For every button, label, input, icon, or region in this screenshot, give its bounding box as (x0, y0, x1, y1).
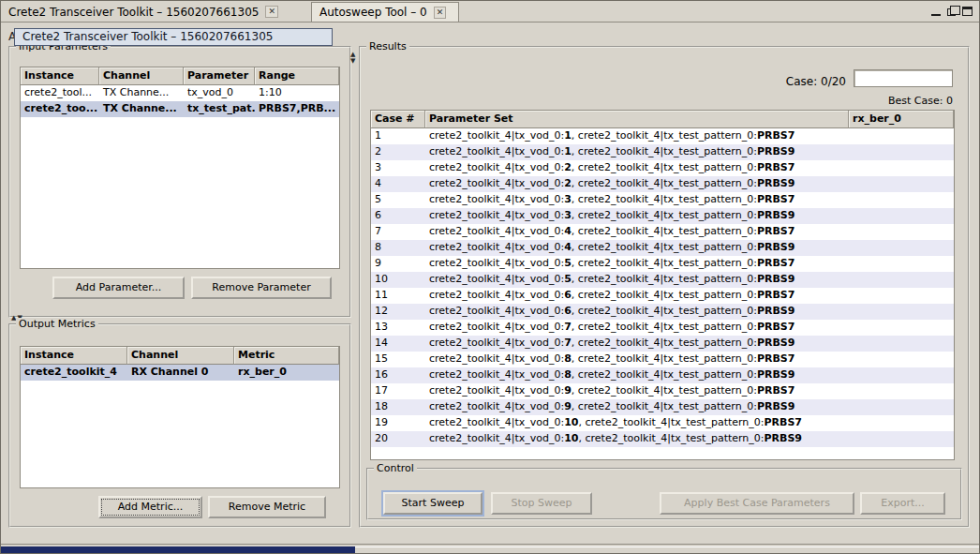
vod-value-text: 9 (564, 384, 572, 397)
param-prefix-text: crete2_toolkit_4|tx_vod_0: (429, 368, 564, 381)
result-row[interactable]: 8crete2_toolkit_4|tx_vod_0:4, crete2_too… (371, 240, 954, 256)
window-controls (931, 6, 973, 16)
rx-ber-cell (849, 415, 954, 431)
stop-sweep-button[interactable]: Stop Sweep (491, 492, 592, 515)
vod-value-text: 10 (564, 432, 578, 444)
parameter-set-cell: crete2_toolkit_4|tx_vod_0:1, crete2_tool… (425, 144, 849, 160)
result-row[interactable]: 16crete2_toolkit_4|tx_vod_0:8, crete2_to… (371, 367, 954, 383)
result-row[interactable]: 12crete2_toolkit_4|tx_vod_0:6, crete2_to… (371, 304, 954, 320)
parameter-set-cell: crete2_toolkit_4|tx_vod_0:9, crete2_tool… (425, 383, 849, 399)
vod-value-text: 4 (564, 225, 572, 237)
input-parameters-column-header[interactable]: Range (255, 67, 339, 85)
remove-metric-button[interactable]: Remove Metric (208, 496, 326, 518)
input-parameters-column-header[interactable]: Instance (21, 67, 99, 85)
tab-autosweep-tool[interactable]: Autosweep Tool – 0 ✕ (311, 2, 459, 22)
parameter-set-cell: crete2_toolkit_4|tx_vod_0:4, crete2_tool… (425, 224, 849, 240)
tab-autosweep-label: Autosweep Tool – 0 (319, 6, 427, 19)
close-icon[interactable]: ✕ (265, 6, 278, 18)
vod-value-text: 6 (564, 289, 572, 301)
rx-ber-cell (849, 224, 954, 240)
output-metrics-cell: RX Channel 0 (127, 365, 234, 381)
result-row[interactable]: 2crete2_toolkit_4|tx_vod_0:1, crete2_too… (371, 144, 954, 160)
param-prefix-text: crete2_toolkit_4|tx_vod_0: (429, 241, 564, 253)
result-row[interactable]: 1crete2_toolkit_4|tx_vod_0:1, crete2_too… (371, 128, 954, 144)
result-row[interactable]: 17crete2_toolkit_4|tx_vod_0:9, crete2_to… (371, 383, 954, 399)
result-row[interactable]: 6crete2_toolkit_4|tx_vod_0:3, crete2_too… (371, 208, 954, 224)
result-row[interactable]: 11crete2_toolkit_4|tx_vod_0:6, crete2_to… (371, 288, 954, 304)
add-parameter-button[interactable]: Add Parameter... (52, 277, 185, 299)
parameter-set-cell: crete2_toolkit_4|tx_vod_0:3, crete2_tool… (425, 208, 849, 224)
case-progress-field (854, 69, 953, 87)
input-parameters-column-header[interactable]: Channel (99, 67, 184, 85)
case-counter-label: Case: 0/20 (741, 75, 846, 88)
restore-icon[interactable] (947, 8, 956, 16)
tab-bar: Crete2 Transceiver Toolkit – 15602076613… (1, 1, 979, 22)
case-number-cell: 4 (371, 176, 425, 192)
output-metrics-column-header[interactable]: Channel (127, 347, 234, 365)
input-parameters-row[interactable]: crete2_too...TX Channe...tx_test_pat...P… (21, 101, 339, 117)
parameter-set-cell: crete2_toolkit_4|tx_vod_0:7, crete2_tool… (425, 320, 849, 336)
vod-value-text: 1 (564, 145, 572, 157)
input-parameters-column-header[interactable]: Parameter (184, 67, 255, 85)
output-metrics-table[interactable]: InstanceChannelMetric crete2_toolkit_4RX… (20, 346, 340, 488)
result-row[interactable]: 13crete2_toolkit_4|tx_vod_0:7, crete2_to… (371, 320, 954, 336)
input-parameters-cell: tx_test_pat... (184, 101, 255, 117)
vod-value-text: 3 (564, 209, 572, 221)
results-column-header[interactable]: rx_ber_0 (849, 111, 954, 128)
pane-divider[interactable] (351, 46, 357, 528)
param-mid-text: , crete2_toolkit_4|tx_test_pattern_0: (572, 289, 757, 301)
input-parameters-table[interactable]: InstanceChannelParameterRange crete2_too… (20, 67, 340, 269)
result-row[interactable]: 5crete2_toolkit_4|tx_vod_0:3, crete2_too… (371, 192, 954, 208)
result-row[interactable]: 3crete2_toolkit_4|tx_vod_0:2, crete2_too… (371, 160, 954, 176)
result-row[interactable]: 10crete2_toolkit_4|tx_vod_0:5, crete2_to… (371, 272, 954, 288)
output-metrics-column-header[interactable]: Metric (234, 347, 339, 365)
pattern-value-text: PRBS9 (765, 432, 803, 444)
vod-value-text: 4 (564, 241, 572, 253)
case-number-cell: 9 (371, 256, 425, 272)
case-number-cell: 18 (371, 399, 425, 415)
remove-parameter-button[interactable]: Remove Parameter (191, 277, 332, 299)
param-prefix-text: crete2_toolkit_4|tx_vod_0: (429, 400, 564, 412)
add-metric-button[interactable]: Add Metric... (98, 496, 202, 518)
vod-value-text: 5 (564, 273, 572, 285)
param-prefix-text: crete2_toolkit_4|tx_vod_0: (429, 416, 564, 428)
output-metrics-column-header[interactable]: Instance (21, 347, 127, 365)
param-prefix-text: crete2_toolkit_4|tx_vod_0: (429, 289, 564, 301)
param-prefix-text: crete2_toolkit_4|tx_vod_0: (429, 352, 564, 365)
result-row[interactable]: 19crete2_toolkit_4|tx_vod_0:10, crete2_t… (371, 415, 954, 431)
app-window: Crete2 Transceiver Toolkit – 15602076613… (0, 0, 980, 554)
result-row[interactable]: 9crete2_toolkit_4|tx_vod_0:5, crete2_too… (371, 256, 954, 272)
minimize-icon[interactable] (931, 7, 941, 16)
case-number-cell: 10 (371, 272, 425, 288)
results-column-header[interactable]: Case # (371, 111, 425, 128)
case-number-cell: 2 (371, 144, 425, 160)
rx-ber-cell (849, 383, 954, 399)
output-metrics-cell: crete2_toolkit_4 (21, 365, 127, 381)
result-row[interactable]: 14crete2_toolkit_4|tx_vod_0:7, crete2_to… (371, 336, 954, 352)
result-row[interactable]: 7crete2_toolkit_4|tx_vod_0:4, crete2_too… (371, 224, 954, 240)
result-row[interactable]: 20crete2_toolkit_4|tx_vod_0:10, crete2_t… (371, 431, 954, 447)
results-column-header[interactable]: Parameter Set (425, 111, 849, 128)
result-row[interactable]: 15crete2_toolkit_4|tx_vod_0:8, crete2_to… (371, 352, 954, 367)
pattern-value-text: PRBS9 (757, 305, 795, 317)
tab-crete2-transceiver-toolkit[interactable]: Crete2 Transceiver Toolkit – 15602076613… (1, 2, 304, 22)
input-parameters-row[interactable]: crete2_tool...TX Channe...tx_vod_01:10 (21, 85, 339, 101)
pattern-value-text: PRBS7 (757, 352, 795, 365)
parameter-set-cell: crete2_toolkit_4|tx_vod_0:5, crete2_tool… (425, 256, 849, 272)
case-number-cell: 17 (371, 383, 425, 399)
output-metrics-row[interactable]: crete2_toolkit_4RX Channel 0rx_ber_0 (21, 365, 339, 381)
close-icon[interactable]: ✕ (434, 7, 447, 19)
param-prefix-text: crete2_toolkit_4|tx_vod_0: (429, 384, 564, 397)
result-row[interactable]: 18crete2_toolkit_4|tx_vod_0:9, crete2_to… (371, 399, 954, 415)
rx-ber-cell (849, 176, 954, 192)
param-mid-text: , crete2_toolkit_4|tx_test_pattern_0: (572, 384, 757, 397)
rx-ber-cell (849, 399, 954, 415)
apply-best-case-parameters-button[interactable]: Apply Best Case Parameters (660, 492, 854, 515)
export-button[interactable]: Export... (860, 492, 945, 515)
results-table[interactable]: Case #Parameter Setrx_ber_0 1crete2_tool… (370, 110, 955, 460)
output-metrics-header: InstanceChannelMetric (21, 347, 339, 365)
start-sweep-button[interactable]: Start Sweep (383, 492, 483, 515)
result-row[interactable]: 4crete2_toolkit_4|tx_vod_0:2, crete2_too… (371, 176, 954, 192)
pattern-value-text: PRBS7 (765, 416, 803, 428)
maximize-icon[interactable] (962, 7, 973, 16)
